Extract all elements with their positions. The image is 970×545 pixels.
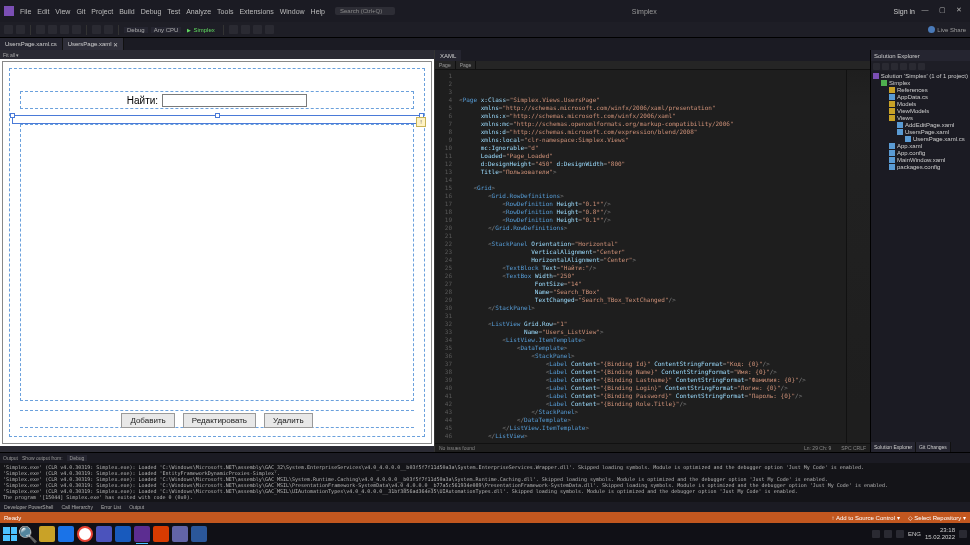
bottom-tab[interactable]: Developer PowerShell [0, 502, 57, 512]
start-button[interactable]: Simplex [184, 27, 217, 33]
menu-window[interactable]: Window [280, 8, 305, 15]
open-icon[interactable] [48, 25, 57, 34]
warning-adorner-icon[interactable]: ! [416, 117, 426, 127]
select-repo-button[interactable]: ◇ Select Repository ▾ [908, 514, 966, 521]
tab-userspage-cs[interactable]: UsersPage.xaml.cs [0, 38, 63, 50]
designer-splitter[interactable] [0, 446, 434, 452]
file-node[interactable]: MainWindow.xaml [873, 157, 968, 164]
solution-node[interactable]: Solution 'Simplex' (1 of 1 project) [873, 73, 968, 80]
menu-analyze[interactable]: Analyze [186, 8, 211, 15]
bottom-tab[interactable]: Error List [97, 502, 125, 512]
new-icon[interactable] [36, 25, 45, 34]
scope-combo[interactable]: Page [435, 61, 456, 69]
listview-outline[interactable] [20, 124, 414, 401]
showall-icon[interactable] [909, 63, 916, 70]
sign-in-link[interactable]: Sign in [894, 8, 915, 15]
nav-back-icon[interactable] [4, 25, 13, 34]
zoom-combo[interactable]: Fit all ▾ [3, 52, 19, 58]
task-explorer-icon[interactable] [39, 526, 55, 542]
bottom-tab[interactable]: Call Hierarchy [57, 502, 96, 512]
source-control-button[interactable]: ↑ Add to Source Control ▾ [832, 514, 900, 521]
task-visualstudio-icon[interactable] [134, 526, 150, 542]
menu-test[interactable]: Test [167, 8, 180, 15]
tray-chevron-icon[interactable] [872, 530, 880, 538]
add-button[interactable]: Добавить [121, 413, 174, 428]
minimize-button[interactable]: — [918, 6, 932, 16]
delete-button[interactable]: Удалить [264, 413, 313, 428]
config-combo[interactable]: Debug [124, 27, 148, 33]
task-search-icon[interactable]: 🔍 [20, 526, 36, 542]
file-node[interactable]: App.config [873, 150, 968, 157]
sync-icon[interactable] [882, 63, 889, 70]
maximize-button[interactable]: ▢ [935, 6, 949, 16]
task-edge-icon[interactable] [58, 526, 74, 542]
tool-icon[interactable] [253, 25, 262, 34]
file-node[interactable]: UsersPage.xaml.cs [873, 136, 968, 143]
menu-view[interactable]: View [55, 8, 70, 15]
task-app-icon[interactable] [153, 526, 169, 542]
references-node[interactable]: References [873, 87, 968, 94]
tray-clock[interactable]: 23:1815.02.2022 [925, 527, 955, 541]
task-word-icon[interactable] [115, 526, 131, 542]
folder-node[interactable]: Views [873, 115, 968, 122]
folder-node[interactable]: ViewModels [873, 108, 968, 115]
home-icon[interactable] [873, 63, 880, 70]
undo-icon[interactable] [92, 25, 101, 34]
menu-tools[interactable]: Tools [217, 8, 233, 15]
menu-file[interactable]: File [20, 8, 31, 15]
tab-git-changes[interactable]: Git Changes [916, 442, 951, 452]
tab-solution-explorer[interactable]: Solution Explorer [871, 442, 916, 452]
nav-fwd-icon[interactable] [16, 25, 25, 34]
tray-notifications-icon[interactable] [959, 530, 967, 538]
menu-git[interactable]: Git [76, 8, 85, 15]
xaml-tab[interactable]: XAML [435, 50, 461, 61]
close-button[interactable]: ✕ [952, 6, 966, 16]
solution-tree[interactable]: Solution 'Simplex' (1 of 1 project) Simp… [871, 71, 970, 442]
project-node[interactable]: Simplex [873, 80, 968, 87]
redo-icon[interactable] [104, 25, 113, 34]
tray-lang[interactable]: ENG [908, 531, 921, 537]
menu-debug[interactable]: Debug [141, 8, 162, 15]
tray-volume-icon[interactable] [896, 530, 904, 538]
tool-icon[interactable] [241, 25, 250, 34]
search-textbox[interactable] [162, 94, 307, 107]
windows-start-icon[interactable] [3, 527, 17, 541]
code-lines[interactable]: <Page x:Class="Simplex.Views.UsersPage" … [455, 70, 870, 443]
platform-combo[interactable]: Any CPU [151, 27, 182, 33]
tool-icon[interactable] [229, 25, 238, 34]
file-node[interactable]: AddEditPage.xaml [873, 122, 968, 129]
search-box[interactable]: Search (Ctrl+Q) [335, 7, 395, 15]
save-icon[interactable] [60, 25, 69, 34]
folder-node[interactable]: Models [873, 101, 968, 108]
task-app-icon[interactable] [172, 526, 188, 542]
resize-handle[interactable] [215, 113, 220, 118]
listview-selection[interactable] [12, 115, 422, 124]
save-all-icon[interactable] [72, 25, 81, 34]
minimap[interactable] [846, 70, 870, 443]
file-node[interactable]: AppData.cs [873, 94, 968, 101]
tool-icon[interactable] [265, 25, 274, 34]
file-node[interactable]: packages.config [873, 164, 968, 171]
live-share-button[interactable]: Live Share [928, 26, 966, 33]
output-from-combo[interactable]: Debug [67, 455, 88, 461]
task-chrome-icon[interactable] [77, 526, 93, 542]
menu-build[interactable]: Build [119, 8, 135, 15]
menu-help[interactable]: Help [311, 8, 325, 15]
file-node[interactable]: App.xaml [873, 143, 968, 150]
file-node[interactable]: UsersPage.xaml [873, 129, 968, 136]
menu-project[interactable]: Project [91, 8, 113, 15]
menu-edit[interactable]: Edit [37, 8, 49, 15]
tab-userspage-xaml[interactable]: UsersPage.xaml ✕ [63, 38, 125, 50]
member-combo[interactable]: Page [456, 61, 477, 69]
output-body[interactable]: 'Simplex.exe' (CLR v4.0.30319: Simplex.e… [0, 463, 970, 502]
tray-network-icon[interactable] [884, 530, 892, 538]
refresh-icon[interactable] [891, 63, 898, 70]
bottom-tab[interactable]: Output [125, 502, 148, 512]
menu-extensions[interactable]: Extensions [239, 8, 273, 15]
task-teams-icon[interactable] [96, 526, 112, 542]
code-editor[interactable]: 1234567891011121314151617181920212223242… [435, 70, 870, 443]
edit-button[interactable]: Редактировать [183, 413, 256, 428]
collapse-icon[interactable] [900, 63, 907, 70]
properties-icon[interactable] [918, 63, 925, 70]
task-app-icon[interactable] [191, 526, 207, 542]
